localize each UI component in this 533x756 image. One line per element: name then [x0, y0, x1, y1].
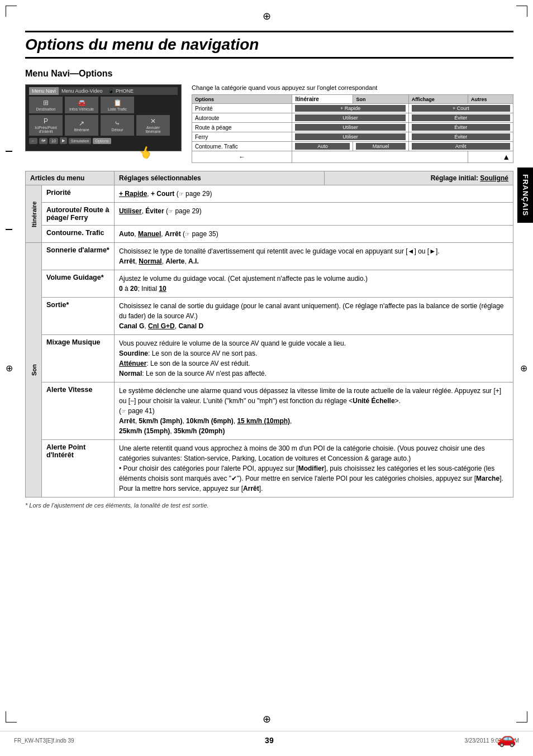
page-title: Options du menu de navigation: [25, 31, 513, 59]
btn-utiliser2: Utiliser: [295, 124, 405, 131]
left-side-mark2: [6, 229, 12, 235]
poi-label: IciPrès/Point d'Intérêt: [32, 126, 60, 133]
pointer-hand: 👆: [137, 143, 155, 161]
btn-eviter2: Éviter: [412, 124, 510, 131]
btn-eviter1: Éviter: [412, 114, 510, 121]
screen-bottom-row: ← 🗺 10 ▶ Simulation Options: [29, 137, 178, 144]
label-contourne: Contourne. Trafic: [42, 226, 115, 243]
btn-rapide: + Rapide: [295, 105, 405, 112]
content-sortie: Choisissez le canal de sortie du guidage…: [115, 298, 513, 335]
label-priorite: Priorité: [42, 185, 115, 203]
vol-btn: 10: [49, 138, 58, 144]
options-screenshot-table: Options Itinéraire Son Affichage Autres …: [192, 94, 513, 163]
bottom-registration-mark: ⊕: [263, 713, 271, 725]
right-compass-mark: ⊕: [520, 363, 527, 374]
row-peage-label: Route à péage: [192, 123, 292, 132]
corner-mark-tl: [6, 6, 17, 17]
screenshot-area: Menu Navi Menu Audio-Video 📱 PHONE ⊞ Des…: [25, 84, 513, 163]
icon-itineraire: ↗ Itinéraire: [65, 115, 98, 136]
page-number: 39: [265, 736, 274, 745]
content-alerte-vitesse: Le système déclenche une alarme quand vo…: [115, 382, 513, 440]
row-autoroute-label: Autoroute: [192, 113, 292, 123]
screen-left: Menu Navi Menu Audio-Video 📱 PHONE ⊞ Des…: [25, 84, 182, 151]
tab-itineraire: Itinéraire: [292, 95, 353, 104]
btn-eviter3: Éviter: [412, 133, 510, 140]
back-btn: ←: [29, 138, 37, 144]
trafic-icon: 📋: [113, 99, 122, 107]
nav-menu-audio: Menu Audio-Video: [59, 87, 105, 95]
section-header: Menu Navi—Options: [25, 69, 513, 79]
detour-icon: ⤷: [115, 119, 120, 127]
header-articles: Articles du menu: [26, 171, 115, 185]
tab-son: Son: [353, 95, 408, 104]
row-contourne: Contourne. Trafic Auto, Manuel, Arrêt (☞…: [26, 226, 513, 243]
btn-court: + Court: [412, 105, 510, 112]
icon-destination: ⊞ Destination: [29, 97, 63, 113]
screen-icons-row2: P IciPrès/Point d'Intérêt ↗ Itinéraire ⤷…: [29, 115, 178, 136]
label-volume: Volume Guidage*: [42, 270, 115, 298]
map-btn: 🗺: [39, 138, 47, 144]
row-alerte-vitesse: Alerte Vitesse Le système déclenche une …: [26, 382, 513, 440]
row-volume: Volume Guidage* Ajustez le volume du gui…: [26, 270, 513, 298]
btn-manuel: Manuel: [356, 143, 405, 150]
annuler-icon: ✕: [150, 117, 156, 125]
content-contourne: Auto, Manuel, Arrêt (☞ page 35): [115, 226, 513, 243]
destination-icon: ⊞: [43, 99, 49, 107]
screenshot-caption: Change la catégorie quand vous appuyez s…: [192, 84, 513, 91]
label-sonnerie: Sonnerie d'alarme*: [42, 243, 115, 270]
row-priorite-label: Priorité: [192, 104, 292, 113]
tab-affichage: Affichage: [408, 95, 468, 104]
btn-auto: Auto: [295, 143, 350, 150]
icon-poi: P IciPrès/Point d'Intérêt: [29, 115, 63, 136]
section-son-label: Son: [26, 243, 42, 497]
footer-filename: FR_KW-NT3[E]f.indb 39: [14, 738, 74, 744]
screen-icons-row: ⊞ Destination 🚘 Infos Véhicule 📋 Liste T…: [29, 97, 178, 113]
row-autoroute: Autoroute/ Route à péage/ Ferry Utiliser…: [26, 203, 513, 226]
poi-icon: P: [44, 117, 48, 125]
main-content: Options du menu de navigation Menu Navi—…: [25, 31, 513, 509]
header-reglages: Réglages sélectionnables: [115, 171, 325, 185]
content-mixage: Vous pouvez réduire le volume de la sour…: [115, 335, 513, 382]
left-side-mark: [6, 151, 12, 156]
corner-mark-bl: [6, 711, 17, 722]
tab-options: Options: [192, 95, 292, 104]
row-priorite: Itinéraire Priorité + Rapide, + Court (☞…: [26, 185, 513, 203]
itineraire-label: Itinéraire: [74, 128, 89, 132]
screen-nav-bar: Menu Navi Menu Audio-Video 📱 PHONE: [29, 87, 178, 95]
header-initial: Réglage initial: Souligné: [325, 171, 513, 185]
label-mixage: Mixage Musique: [42, 335, 115, 382]
back-arrow-cell: ←: [192, 151, 292, 163]
icon-infos-vehicule: 🚘 Infos Véhicule: [65, 97, 98, 113]
corner-mark-br: [516, 711, 527, 722]
row-alerte-poi: Alerte Point d'Intérêt Une alerte retent…: [26, 440, 513, 497]
nav-phone: 📱 PHONE: [105, 87, 136, 95]
btn-utiliser1: Utiliser: [295, 114, 405, 121]
nav-menu-navi: Menu Navi: [29, 87, 59, 95]
content-autoroute: Utiliser, Éviter (☞ page 29): [115, 203, 513, 226]
annuler-label: Annuler Itinéraire: [139, 126, 167, 133]
destination-label: Destination: [36, 107, 55, 111]
row-ferry-label: Ferry: [192, 132, 292, 142]
content-priorite: + Rapide, + Court (☞ page 29): [115, 185, 513, 203]
label-alerte-poi: Alerte Point d'Intérêt: [42, 440, 115, 497]
label-alerte-vitesse: Alerte Vitesse: [42, 382, 115, 440]
btn-arret: Arrêt: [412, 143, 510, 150]
vehicule-icon: 🚘: [78, 99, 86, 107]
car-icon: 🚗: [497, 729, 516, 748]
icon-liste-trafic: 📋 Liste Trafic: [101, 97, 134, 113]
footer: FR_KW-NT3[E]f.indb 39 39 3/23/2011 9:03:…: [0, 731, 533, 745]
left-compass-mark: ⊕: [6, 363, 13, 374]
sim-btn: ▶: [60, 137, 67, 144]
options-btn: Options: [93, 138, 111, 144]
content-volume: Ajustez le volume du guidage vocal. (Cet…: [115, 270, 513, 298]
icon-annuler: ✕ Annuler Itinéraire: [136, 115, 170, 136]
top-registration-mark: ⊕: [263, 10, 271, 22]
scroll-up-icon: ▲: [502, 152, 510, 161]
row-sortie: Sortie* Choisissez le canal de sortie du…: [26, 298, 513, 335]
detour-label: Détour: [111, 128, 123, 132]
section-itineraire-label: Itinéraire: [26, 185, 42, 243]
main-settings-table: Articles du menu Réglages sélectionnable…: [25, 171, 513, 497]
label-autoroute: Autoroute/ Route à péage/ Ferry: [42, 203, 115, 226]
tab-autres: Autres: [468, 95, 513, 104]
row-sonnerie: Son Sonnerie d'alarme* Choisissez le typ…: [26, 243, 513, 270]
